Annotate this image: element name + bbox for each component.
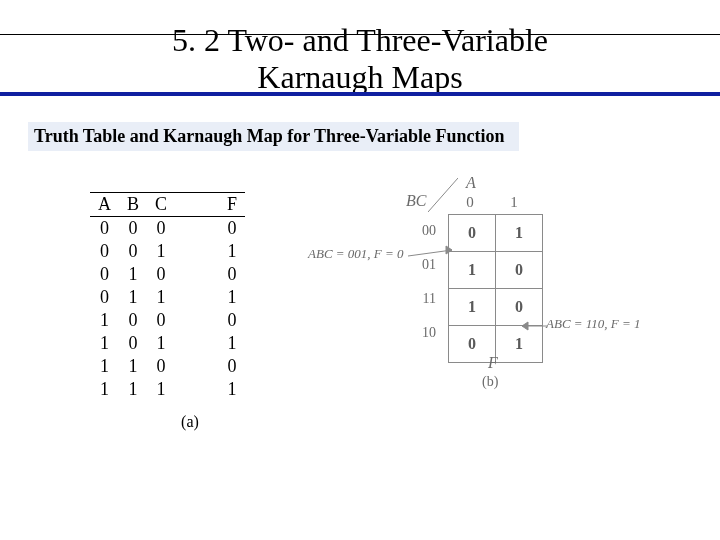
table-row: 1011	[90, 332, 245, 355]
kmap-col-labels: 0 1	[448, 194, 536, 211]
kmap-annotation-right: ABC = 110, F = 1	[546, 316, 641, 332]
rule-top	[0, 34, 720, 35]
slide-title: 5. 2 Two- and Three-Variable Karnaugh Ma…	[0, 0, 720, 96]
truth-table: A B C F 0000 0011 0100 0111 1000 1011 11…	[90, 192, 245, 401]
content-area: A B C F 0000 0011 0100 0111 1000 1011 11…	[0, 192, 720, 431]
kmap-output-label: F	[488, 354, 498, 372]
col-B: B	[119, 193, 147, 217]
svg-marker-2	[446, 246, 452, 254]
kmap-wrap: A BC 0 1 00 01 11 10 01 10 10 01	[370, 192, 670, 431]
kmap-annotation-left: ABC = 001, F = 0	[308, 246, 404, 262]
table-row: 1111	[90, 378, 245, 401]
caption-a: (a)	[80, 413, 300, 431]
table-row: 0011	[90, 240, 245, 263]
table-row: 1100	[90, 355, 245, 378]
col-A: A	[90, 193, 119, 217]
kmap-label-BC: BC	[406, 192, 426, 210]
svg-marker-4	[522, 322, 528, 330]
slide: 5. 2 Two- and Three-Variable Karnaugh Ma…	[0, 0, 720, 540]
arrow-left-icon	[408, 242, 458, 262]
col-F: F	[219, 193, 245, 217]
col-gap	[175, 193, 219, 217]
kmap-label-A: A	[466, 174, 476, 192]
table-row: 0100	[90, 263, 245, 286]
subtitle: Truth Table and Karnaugh Map for Three-V…	[28, 122, 519, 151]
kmap-cell: 1	[449, 289, 496, 326]
table-row: 0111	[90, 286, 245, 309]
kmap-cell: 1	[496, 215, 543, 252]
col-C: C	[147, 193, 175, 217]
table-row: 0000	[90, 217, 245, 241]
kmap-row-labels: 00 01 11 10	[422, 214, 436, 350]
rule-bottom	[0, 92, 720, 96]
truth-table-wrap: A B C F 0000 0011 0100 0111 1000 1011 11…	[90, 192, 300, 431]
arrow-right-icon	[518, 318, 548, 334]
title-line-1: 5. 2 Two- and Three-Variable	[172, 22, 548, 58]
svg-line-1	[408, 250, 452, 256]
table-row: 1000	[90, 309, 245, 332]
title-line-2: Karnaugh Maps	[257, 59, 462, 95]
kmap-cell: 0	[496, 252, 543, 289]
kmap-grid: 01 10 10 01	[448, 214, 543, 363]
caption-b: (b)	[482, 374, 498, 390]
